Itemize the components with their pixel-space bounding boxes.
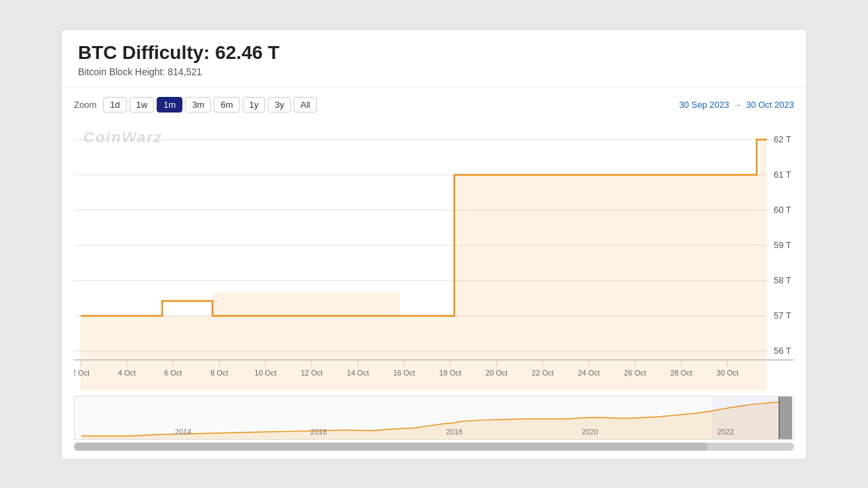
svg-text:58 T: 58 T [774, 275, 791, 285]
svg-text:28 Oct: 28 Oct [670, 369, 692, 377]
svg-text:10 Oct: 10 Oct [254, 369, 276, 377]
svg-text:60 T: 60 T [774, 205, 791, 215]
svg-text:56 T: 56 T [774, 346, 791, 356]
svg-text:26 Oct: 26 Oct [624, 369, 646, 377]
svg-text:16 Oct: 16 Oct [393, 369, 415, 377]
svg-text:2022: 2022 [717, 428, 734, 436]
svg-text:2016: 2016 [311, 428, 327, 436]
zoom-1y[interactable]: 1y [243, 97, 266, 113]
main-chart: 62 T 61 T 60 T 59 T 58 T 57 T 56 T 2 Oct… [74, 119, 794, 390]
zoom-1d[interactable]: 1d [103, 97, 126, 113]
page-title: BTC Difficulty: 62.46 T [78, 42, 790, 64]
svg-text:61 T: 61 T [774, 169, 791, 180]
svg-text:24 Oct: 24 Oct [578, 369, 599, 377]
zoom-1m[interactable]: 1m [157, 97, 182, 113]
zoom-6m[interactable]: 6m [214, 97, 239, 113]
zoom-all[interactable]: All [294, 97, 317, 113]
svg-text:20 Oct: 20 Oct [486, 369, 507, 377]
svg-text:2020: 2020 [582, 428, 598, 436]
svg-text:14 Oct: 14 Oct [347, 369, 369, 377]
svg-text:18 Oct: 18 Oct [439, 369, 461, 377]
svg-text:30 Oct: 30 Oct [717, 369, 738, 377]
zoom-3m[interactable]: 3m [185, 97, 211, 113]
scrollbar[interactable] [74, 443, 794, 451]
svg-text:2014: 2014 [175, 428, 191, 436]
zoom-3y[interactable]: 3y [268, 97, 291, 113]
date-start: 30 Sep 2023 [679, 100, 729, 110]
mini-chart: 2014 2016 2018 2020 2022 [74, 396, 794, 440]
main-card: BTC Difficulty: 62.46 T Bitcoin Block He… [61, 29, 807, 460]
chart-wrapper: CoinWarz [74, 119, 794, 390]
zoom-controls: Zoom 1d 1w 1m 3m 6m 1y 3y All [74, 97, 317, 113]
date-end: 30 Oct 2023 [746, 100, 794, 110]
header: BTC Difficulty: 62.46 T Bitcoin Block He… [62, 30, 806, 87]
mini-handle-right[interactable] [780, 396, 792, 439]
svg-text:57 T: 57 T [774, 310, 791, 321]
block-height: Bitcoin Block Height: 814,521 [78, 66, 790, 77]
date-arrow: → [733, 100, 742, 110]
svg-text:59 T: 59 T [774, 240, 791, 250]
svg-text:6 Oct: 6 Oct [164, 369, 182, 377]
toolbar: Zoom 1d 1w 1m 3m 6m 1y 3y All 30 Sep 202… [62, 97, 806, 119]
zoom-1w[interactable]: 1w [130, 97, 155, 113]
svg-text:62 T: 62 T [774, 134, 791, 144]
mini-chart-svg: 2014 2016 2018 2020 2022 [75, 396, 793, 439]
svg-text:4 Oct: 4 Oct [118, 369, 136, 377]
page-background: BTC Difficulty: 62.46 T Bitcoin Block He… [0, 0, 868, 488]
scrollbar-thumb[interactable] [74, 443, 708, 451]
main-chart-svg: 62 T 61 T 60 T 59 T 58 T 57 T 56 T 2 Oct… [74, 119, 794, 390]
zoom-label: Zoom [74, 100, 96, 110]
svg-text:2 Oct: 2 Oct [74, 369, 90, 377]
date-range: 30 Sep 2023 → 30 Oct 2023 [679, 100, 794, 110]
svg-text:12 Oct: 12 Oct [300, 369, 322, 377]
chart-area: Zoom 1d 1w 1m 3m 6m 1y 3y All 30 Sep 202… [62, 87, 806, 451]
chart-fill [81, 140, 767, 390]
svg-text:2018: 2018 [446, 428, 462, 436]
svg-text:8 Oct: 8 Oct [210, 369, 228, 377]
svg-text:22 Oct: 22 Oct [532, 369, 553, 377]
